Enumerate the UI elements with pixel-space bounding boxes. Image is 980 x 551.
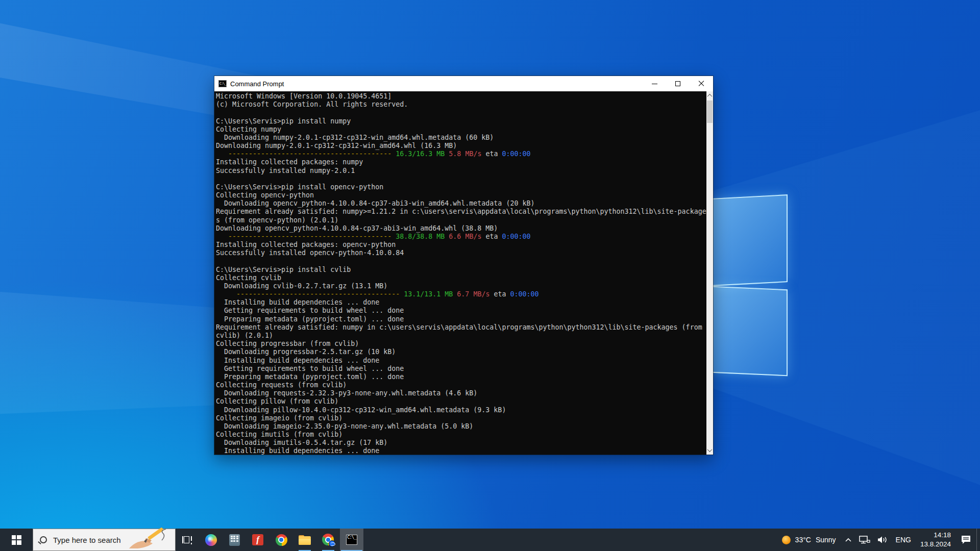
console-scrollbar[interactable] [706, 91, 713, 455]
console-line: Downloading numpy-2.0.1-cp312-cp312-win_… [216, 134, 705, 142]
window-titlebar[interactable]: C:\_ Command Prompt [214, 76, 713, 91]
chrome-shortcut-icon [322, 534, 334, 546]
console-lines: Microsoft Windows [Version 10.0.19045.46… [214, 91, 713, 455]
clock[interactable]: 14:18 13.8.2024 [916, 531, 955, 548]
volume-button[interactable] [874, 529, 891, 551]
console-line: Requirement already satisfied: numpy in … [216, 323, 705, 332]
close-button[interactable] [690, 76, 713, 91]
start-button[interactable] [0, 529, 33, 551]
copilot-button[interactable] [199, 529, 223, 551]
console-line: Downloading progressbar-2.5.tar.gz (10 k… [216, 348, 705, 356]
console-line: Installing build dependencies ... done [216, 357, 705, 365]
calculator-icon [229, 534, 240, 546]
console-line: Installing collected packages: numpy [216, 158, 705, 166]
console-line: C:\Users\Servis>pip install numpy [216, 117, 705, 126]
command-prompt-icon: C:\_ [346, 535, 357, 545]
command-prompt-taskbar-button[interactable]: C:\_ [340, 529, 363, 551]
system-tray: 33°C Sunny ENG [777, 529, 980, 551]
console-line: ----------------------------------------… [216, 150, 705, 158]
weather-condition: Sunny [816, 536, 836, 544]
copilot-icon [205, 534, 217, 546]
network-button[interactable] [855, 529, 874, 551]
windows-logo-pane [712, 286, 788, 377]
chrome-shortcut-button[interactable] [316, 529, 340, 551]
scrollbar-thumb[interactable] [707, 101, 713, 123]
console-line: Requirement already satisfied: numpy>=1.… [216, 208, 705, 216]
console-line: Installing build dependencies ... done [216, 298, 705, 307]
console-line: cvlib) (2.0.1) [216, 332, 705, 340]
search-placeholder: Type here to search [53, 536, 121, 544]
console-line [216, 109, 705, 117]
chrome-icon [276, 534, 287, 546]
console-line: Downloading numpy-2.0.1-cp312-cp312-win_… [216, 142, 705, 150]
console-line: Downloading imageio-2.35.0-py3-none-any.… [216, 422, 705, 431]
window-title: Command Prompt [230, 80, 284, 88]
command-prompt-icon: C:\_ [218, 80, 227, 87]
sun-weather-icon [782, 536, 791, 544]
windows-start-icon [12, 535, 21, 545]
red-f-app-button[interactable]: f [246, 529, 270, 551]
file-explorer-button[interactable] [293, 529, 316, 551]
globe-badge-icon [329, 540, 335, 547]
console-line: Downloading imutils-0.5.4.tar.gz (17 kB) [216, 439, 705, 447]
chrome-button[interactable] [270, 529, 293, 551]
search-highlight-illustration [129, 527, 173, 550]
language-indicator[interactable]: ENG [891, 529, 916, 551]
console-line: Preparing metadata (pyproject.toml) ... … [216, 373, 705, 381]
console-line: Collecting imageio (from cvlib) [216, 414, 705, 422]
console-line: Collecting requests (from cvlib) [216, 381, 705, 389]
console-line: (c) Microsoft Corporation. All rights re… [216, 101, 705, 109]
show-hidden-icons-button[interactable] [841, 529, 855, 551]
show-desktop-button[interactable] [976, 529, 980, 551]
weather-temp: 33°C [795, 536, 811, 544]
task-view-button[interactable] [176, 529, 199, 551]
console-line: Collecting progressbar (from cvlib) [216, 340, 705, 348]
network-icon [859, 536, 870, 544]
clock-date: 13.8.2024 [920, 540, 951, 549]
search-icon [40, 536, 47, 543]
taskbar: Type here to search [0, 529, 980, 551]
console-line: Collecting pillow (from cvlib) [216, 397, 705, 406]
red-f-app-icon: f [252, 534, 263, 545]
console-line: Downloading pillow-10.4.0-cp312-cp312-wi… [216, 406, 705, 414]
minimize-icon [652, 84, 657, 84]
console-line [216, 257, 705, 265]
console-line: ----------------------------------------… [216, 290, 705, 298]
maximize-button[interactable] [666, 76, 690, 91]
chevron-up-icon [845, 538, 852, 542]
taskbar-search[interactable]: Type here to search [33, 529, 176, 551]
calculator-button[interactable] [223, 529, 246, 551]
console-line: Successfully installed numpy-2.0.1 [216, 167, 705, 175]
console-line: Downloading opencv_python-4.10.0.84-cp37… [216, 199, 705, 208]
console-output[interactable]: Microsoft Windows [Version 10.0.19045.46… [214, 91, 713, 455]
scroll-up-button[interactable] [706, 92, 713, 99]
chevron-down-icon [707, 447, 713, 452]
task-view-icon [182, 535, 192, 544]
console-line: Microsoft Windows [Version 10.0.19045.46… [216, 92, 705, 101]
console-line: Collecting cvlib [216, 274, 705, 282]
console-line: C:\Users\Servis>pip install opencv-pytho… [216, 183, 705, 191]
console-line: s (from opencv-python) (2.0.1) [216, 216, 705, 224]
action-center-icon [961, 535, 971, 544]
file-explorer-icon [299, 535, 311, 545]
console-line: Downloading cvlib-0.2.7.tar.gz (13.1 MB) [216, 282, 705, 290]
console-line: Successfully installed opencv-python-4.1… [216, 249, 705, 257]
action-center-button[interactable] [955, 529, 976, 551]
window-controls [643, 76, 713, 91]
minimize-button[interactable] [643, 76, 666, 91]
scroll-down-button[interactable] [706, 446, 713, 454]
console-line: Collecting opencv-python [216, 191, 705, 199]
taskbar-app-buttons: f C:\_ [176, 529, 363, 551]
command-prompt-window: C:\_ Command Prompt Microsoft Windows [V… [214, 76, 713, 455]
desktop: C:\_ Command Prompt Microsoft Windows [V… [0, 0, 980, 551]
console-line: Installing collected packages: opencv-py… [216, 241, 705, 249]
weather-widget[interactable]: 33°C Sunny [777, 536, 841, 544]
console-line: Preparing metadata (pyproject.toml) ... … [216, 315, 705, 323]
clock-time: 14:18 [920, 531, 951, 540]
maximize-icon [675, 81, 680, 86]
console-line: Getting requirements to build wheel ... … [216, 365, 705, 373]
speaker-icon [877, 536, 888, 544]
console-line [216, 175, 705, 183]
console-line: Getting requirements to build wheel ... … [216, 307, 705, 315]
chevron-up-icon [707, 94, 713, 99]
